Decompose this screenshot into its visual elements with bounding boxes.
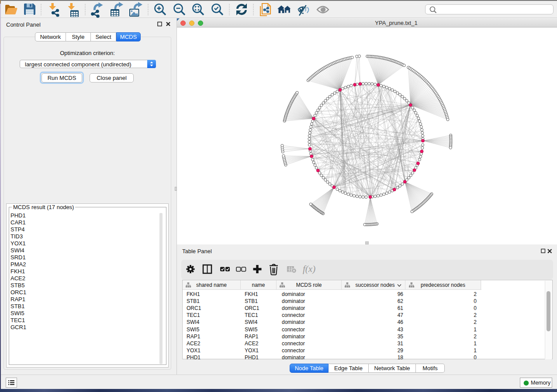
svg-text:f(x): f(x) [303,264,315,274]
